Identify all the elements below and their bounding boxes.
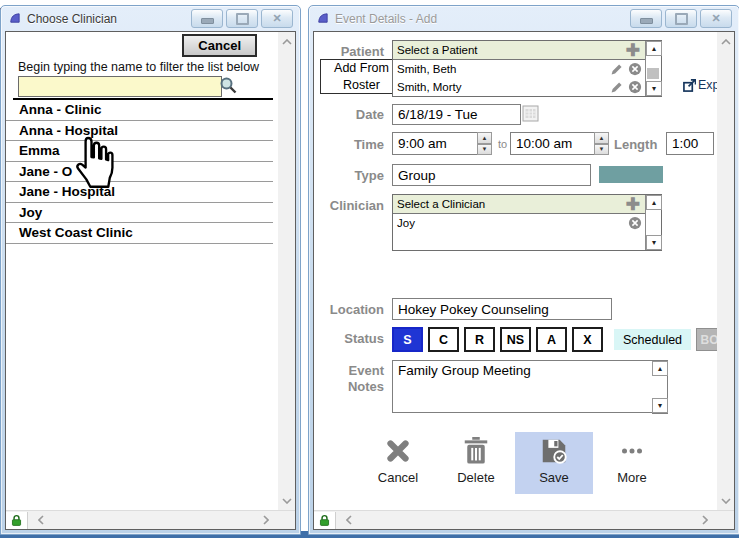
type-input[interactable] xyxy=(392,164,591,186)
date-label: Date xyxy=(314,107,384,122)
status-code-button[interactable]: R xyxy=(464,327,495,352)
location-input[interactable] xyxy=(392,298,612,320)
list-item[interactable]: Anna - Clinic xyxy=(6,100,273,121)
choose-clinician-window: Choose Clinician ✕ Cancel Begin typing t… xyxy=(0,5,301,535)
minimize-button-icon[interactable] xyxy=(191,9,223,28)
to-label: to xyxy=(498,138,507,150)
patient-label: Patient xyxy=(314,44,384,59)
remove-clinician-icon[interactable] xyxy=(628,216,642,230)
patient-row[interactable]: Smith, Beth xyxy=(393,60,646,78)
patient-picker-scrollbar[interactable]: ▴ ▾ xyxy=(645,41,661,96)
calendar-icon[interactable] xyxy=(522,105,539,122)
remove-patient-icon[interactable] xyxy=(628,62,642,76)
list-item[interactable]: Joy xyxy=(6,203,273,224)
scroll-up-icon[interactable]: ▴ xyxy=(646,195,662,210)
spin-up-icon[interactable]: ▲ xyxy=(594,132,609,144)
scroll-down-icon[interactable]: ▾ xyxy=(646,81,662,96)
clinician-name: Joy xyxy=(397,217,415,229)
filter-input[interactable] xyxy=(18,76,222,97)
window-title: Choose Clinician xyxy=(27,12,117,26)
scroll-up-icon[interactable]: ▴ xyxy=(652,361,668,376)
cancel-action-button[interactable]: Cancel xyxy=(359,432,437,494)
edit-pencil-icon[interactable] xyxy=(610,81,623,94)
expand-icon xyxy=(683,79,696,92)
status-code-button[interactable]: NS xyxy=(500,327,531,352)
scroll-down-icon[interactable] xyxy=(721,498,731,504)
close-button-icon[interactable]: ✕ xyxy=(700,9,732,28)
add-clinician-icon[interactable]: ✚ xyxy=(626,196,640,213)
scroll-down-icon[interactable] xyxy=(282,498,292,504)
scroll-down-icon[interactable]: ▾ xyxy=(652,398,668,413)
patient-row[interactable]: Smith, Morty xyxy=(393,78,646,96)
end-time-input[interactable] xyxy=(510,132,595,155)
scroll-right-icon[interactable] xyxy=(702,515,708,525)
scroll-down-icon[interactable]: ▾ xyxy=(646,235,662,250)
minimize-button-icon[interactable] xyxy=(630,9,662,28)
patient-picker: Select a Patient ✚ Smith, Beth Smith, Mo… xyxy=(392,40,662,97)
list-item[interactable]: West Coast Clinic xyxy=(6,223,273,244)
list-item[interactable]: Anna - Hospital xyxy=(6,121,273,142)
search-icon[interactable] xyxy=(219,76,237,94)
cancel-button[interactable]: Cancel xyxy=(182,34,257,57)
status-code-button[interactable]: A xyxy=(536,327,567,352)
save-disk-icon xyxy=(539,436,569,466)
patient-picker-header[interactable]: Select a Patient ✚ xyxy=(393,41,646,60)
app-icon xyxy=(316,12,329,25)
list-item[interactable]: Emma xyxy=(6,141,273,162)
cancel-x-icon xyxy=(383,436,413,466)
screen: Choose Clinician ✕ Cancel Begin typing t… xyxy=(0,0,739,538)
date-input[interactable] xyxy=(392,104,521,125)
list-item[interactable]: Jane - Hospital xyxy=(6,182,273,203)
maximize-button-icon[interactable] xyxy=(665,9,697,28)
end-time-stepper[interactable]: ▲▼ xyxy=(594,132,609,155)
trash-icon xyxy=(461,436,491,466)
spin-down-icon[interactable]: ▼ xyxy=(477,144,492,156)
choose-clinician-titlebar[interactable]: Choose Clinician ✕ xyxy=(1,6,300,31)
close-button-icon[interactable]: ✕ xyxy=(261,9,293,28)
horizontal-scrollbar[interactable] xyxy=(314,510,734,529)
cancel-action-label: Cancel xyxy=(378,470,418,485)
status-code-button[interactable]: C xyxy=(428,327,459,352)
status-code-button[interactable]: S xyxy=(392,327,423,352)
event-details-titlebar[interactable]: Event Details - Add ✕ xyxy=(309,6,739,31)
vertical-scrollbar[interactable] xyxy=(278,32,295,511)
length-input[interactable] xyxy=(666,132,714,155)
vertical-scrollbar[interactable] xyxy=(717,32,734,511)
window-title: Event Details - Add xyxy=(335,12,437,26)
scroll-left-icon[interactable] xyxy=(38,515,44,525)
status-code-button[interactable]: X xyxy=(572,327,603,352)
time-label: Time xyxy=(314,137,384,152)
add-patient-icon[interactable]: ✚ xyxy=(626,42,640,59)
more-action-button[interactable]: More xyxy=(593,432,671,494)
clinician-picker: Select a Clinician ✚ Joy ▴ ▾ xyxy=(392,194,662,251)
more-action-label: More xyxy=(617,470,647,485)
clinician-row[interactable]: Joy xyxy=(393,214,646,232)
save-action-label: Save xyxy=(539,470,569,485)
save-action-button[interactable]: Save xyxy=(515,432,593,494)
spin-up-icon[interactable]: ▲ xyxy=(477,132,492,144)
scroll-right-icon[interactable] xyxy=(263,515,269,525)
spin-down-icon[interactable]: ▼ xyxy=(594,144,609,156)
status-text: Scheduled xyxy=(614,329,691,350)
delete-action-button[interactable]: Delete xyxy=(437,432,515,494)
notes-scrollbar[interactable]: ▴ ▾ xyxy=(652,360,668,414)
scroll-up-icon[interactable] xyxy=(721,39,731,45)
scroll-up-icon[interactable]: ▴ xyxy=(646,41,662,56)
list-item[interactable]: Jane - O xyxy=(6,162,273,183)
clinician-picker-header[interactable]: Select a Clinician ✚ xyxy=(393,195,646,214)
scroll-left-icon[interactable] xyxy=(346,515,352,525)
start-time-input[interactable] xyxy=(392,132,478,155)
remove-patient-icon[interactable] xyxy=(628,80,642,94)
type-color-swatch xyxy=(599,166,663,183)
location-label: Location xyxy=(314,302,384,317)
horizontal-scrollbar[interactable] xyxy=(6,510,295,529)
edit-pencil-icon[interactable] xyxy=(610,63,623,76)
maximize-button-icon[interactable] xyxy=(226,9,258,28)
clinician-picker-scrollbar[interactable]: ▴ ▾ xyxy=(645,195,661,250)
event-notes-textarea[interactable]: Family Group Meeting xyxy=(392,360,662,413)
add-from-roster-button[interactable]: Add From Roster xyxy=(320,59,403,94)
event-details-window: Event Details - Add ✕ Patient Add From R… xyxy=(308,5,739,535)
lock-icon xyxy=(10,514,23,527)
start-time-stepper[interactable]: ▲▼ xyxy=(477,132,492,155)
scroll-up-icon[interactable] xyxy=(282,39,292,45)
